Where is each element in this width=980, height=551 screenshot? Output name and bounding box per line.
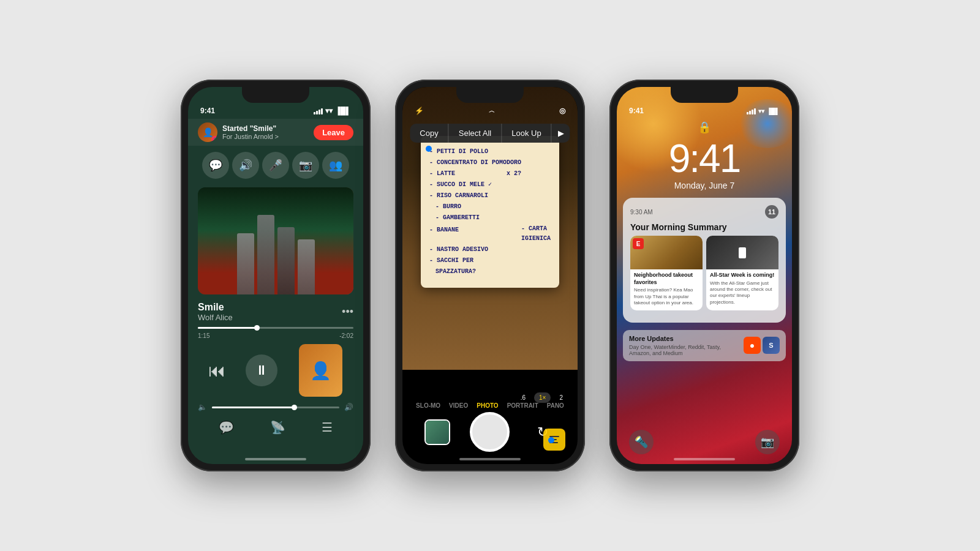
note-line-7: - GAMBERETTI bbox=[435, 213, 551, 223]
phone-1-screen: 9:41 ▾▾ ▐█▌ 👤 bbox=[188, 87, 363, 464]
settings-icon: ◎ bbox=[559, 107, 565, 115]
news-item-1[interactable]: E Neighborhood takeout favorites Need in… bbox=[630, 236, 703, 310]
notification-header: 9:30 AM 11 bbox=[630, 205, 778, 219]
progress-bar[interactable] bbox=[198, 327, 353, 329]
lock-time: 9:41 bbox=[617, 139, 792, 178]
battery-icon: ▐█▌ bbox=[335, 107, 351, 115]
airplay-button[interactable]: 📡 bbox=[270, 420, 285, 435]
message-button[interactable]: 💬 bbox=[202, 152, 229, 179]
note-line-3: - LATTE x 2? bbox=[429, 169, 551, 179]
notification-count: 11 bbox=[765, 205, 778, 219]
zoom-2x-button[interactable]: 2 bbox=[554, 392, 568, 403]
notch-1 bbox=[242, 87, 309, 103]
notification-card[interactable]: 9:30 AM 11 Your Morning Summary E Neighb… bbox=[623, 198, 786, 323]
volume-row: 🔈 🔊 bbox=[188, 400, 363, 414]
camera-button[interactable]: 📷 bbox=[292, 152, 319, 179]
wifi-icon-3: ▾▾ bbox=[758, 108, 764, 114]
zoom-06-button[interactable]: .6 bbox=[516, 392, 530, 403]
news-text-1: Neighborhood takeout favorites Need insp… bbox=[630, 269, 703, 310]
context-menu: Copy Select All Look Up ▶ bbox=[410, 124, 570, 143]
portrait-mode[interactable]: PORTRAIT bbox=[507, 402, 538, 409]
status-indicators-3: ▾▾ ▐█▌ bbox=[747, 107, 780, 114]
photo-mode[interactable]: PHOTO bbox=[477, 402, 498, 409]
more-menu-icon[interactable]: ▶ bbox=[552, 124, 570, 143]
note-line-5: - RISO CARNAROLI bbox=[429, 191, 551, 201]
facetime-banner-left: 👤 Started "Smile" For Justin Arnold > bbox=[198, 122, 279, 142]
live-text-icon[interactable] bbox=[543, 429, 565, 451]
note-line-1: - PETTI DI POLLO bbox=[429, 147, 551, 157]
note-line-2: - CONCENTRATO DI POMODORO bbox=[429, 158, 551, 168]
shutter-button[interactable] bbox=[470, 412, 510, 452]
note-line-10: - SACCHI PER bbox=[429, 256, 551, 266]
news-body-1: Need inspiration? Kea Mao from Up Thai i… bbox=[634, 287, 699, 306]
home-indicator-1 bbox=[245, 458, 306, 460]
chevron-up-icon: ︿ bbox=[489, 107, 495, 115]
lock-date: Monday, June 7 bbox=[617, 181, 792, 190]
pano-mode[interactable]: PANO bbox=[547, 402, 564, 409]
lock-screen-bottom-row: 🔦 📷 bbox=[617, 430, 792, 454]
flashlight-button[interactable]: 🔦 bbox=[629, 430, 654, 454]
zoom-controls: .6 1× 2 bbox=[516, 392, 568, 403]
progress-fill bbox=[198, 327, 257, 329]
more-updates-body: Day One, WaterMinder, Reddit, Tasty, Ama… bbox=[629, 344, 744, 356]
more-updates-card[interactable]: More Updates Day One, WaterMinder, Reddi… bbox=[623, 330, 786, 361]
volume-bar[interactable] bbox=[212, 407, 339, 408]
notification-title: Your Morning Summary bbox=[630, 222, 778, 232]
pause-button[interactable]: ⏸ bbox=[246, 354, 277, 386]
people-button[interactable]: 👥 bbox=[322, 152, 349, 179]
volume-fill bbox=[212, 407, 295, 408]
playback-controls: ⏮ ⏸ 👤 bbox=[188, 340, 363, 400]
more-button[interactable]: ••• bbox=[342, 305, 353, 318]
news-item-2[interactable]: All-Star Week is coming! With the All-St… bbox=[706, 236, 778, 310]
time-row: 1:15 -2:02 bbox=[188, 331, 363, 340]
camera-lock-button[interactable]: 📷 bbox=[755, 430, 780, 454]
leave-button[interactable]: Leave bbox=[314, 125, 353, 140]
select-all-menu-item[interactable]: Select All bbox=[449, 124, 502, 143]
notch-2 bbox=[456, 87, 524, 103]
time-current: 1:15 bbox=[198, 332, 209, 339]
look-up-menu-item[interactable]: Look Up bbox=[502, 124, 551, 143]
slo-mo-mode[interactable]: SLO-MO bbox=[416, 402, 440, 409]
more-updates-text: More Updates Day One, WaterMinder, Reddi… bbox=[629, 335, 744, 356]
news-headline-1: Neighborhood takeout favorites bbox=[634, 272, 699, 286]
controls-row: 💬 🔊 🎤 📷 👥 bbox=[188, 146, 363, 185]
progress-container bbox=[188, 324, 363, 331]
rewind-button[interactable]: ⏮ bbox=[208, 361, 225, 381]
status-time-1: 9:41 bbox=[200, 107, 215, 115]
news-headline-2: All-Star Week is coming! bbox=[710, 272, 775, 279]
status-time-3: 9:41 bbox=[629, 107, 644, 115]
for-text: For Justin Arnold > bbox=[222, 133, 279, 140]
music-screen: 9:41 ▾▾ ▐█▌ 👤 bbox=[188, 87, 363, 464]
home-indicator-2 bbox=[459, 458, 521, 460]
photo-thumbnail[interactable] bbox=[424, 419, 450, 445]
lock-screen: 9:41 ▾▾ ▐█▌ 🔒 9:41 bbox=[617, 87, 792, 464]
lyrics-button[interactable]: 💬 bbox=[219, 420, 234, 435]
copy-menu-item[interactable]: Copy bbox=[410, 124, 448, 143]
wifi-icon: ▾▾ bbox=[325, 107, 333, 115]
facetime-banner: 👤 Started "Smile" For Justin Arnold > Le… bbox=[188, 119, 363, 146]
album-art bbox=[198, 187, 353, 294]
facetime-banner-text: Started "Smile" For Justin Arnold > bbox=[222, 124, 279, 140]
blue-dot-top bbox=[426, 146, 432, 152]
flash-icon: ⚡ bbox=[415, 107, 424, 115]
song-info: Smile Wolf Alice ••• bbox=[188, 297, 363, 324]
note-line-6: - BURRO bbox=[435, 202, 551, 212]
camera-screen: ⚡ ︿ ◎ Copy Select All Look Up ▶ - PETTI … bbox=[402, 87, 578, 464]
queue-button[interactable]: ☰ bbox=[322, 420, 333, 435]
facetime-thumbnail[interactable]: 👤 bbox=[298, 343, 344, 398]
more-updates-icons: ● S bbox=[744, 337, 780, 354]
camera-modes: SLO-MO VIDEO PHOTO PORTRAIT PANO bbox=[402, 402, 578, 409]
video-mode[interactable]: VIDEO bbox=[449, 402, 468, 409]
phone-1: 9:41 ▾▾ ▐█▌ 👤 bbox=[181, 80, 371, 471]
notification-time: 9:30 AM bbox=[630, 209, 653, 216]
speaker-button[interactable]: 🔊 bbox=[232, 152, 259, 179]
song-details: Smile Wolf Alice bbox=[198, 302, 233, 322]
time-remaining: -2:02 bbox=[339, 332, 353, 339]
phone-2: ⚡ ︿ ◎ Copy Select All Look Up ▶ - PETTI … bbox=[395, 80, 585, 471]
news-image-2 bbox=[706, 236, 778, 269]
zoom-1x-button[interactable]: 1× bbox=[534, 392, 551, 403]
home-indicator-3 bbox=[674, 458, 735, 460]
microphone-button[interactable]: 🎤 bbox=[262, 152, 289, 179]
note-line-8: - BANANE bbox=[429, 225, 459, 242]
signal-icon bbox=[314, 107, 323, 114]
